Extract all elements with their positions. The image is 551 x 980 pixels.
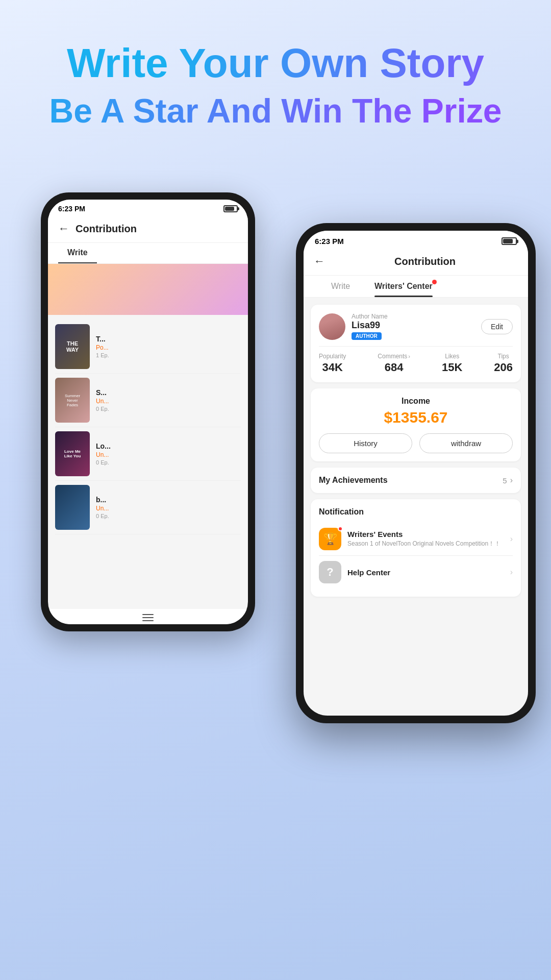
book-status: Un... — [96, 398, 241, 405]
notif-text: Writers' Events Season 1 of NovelToon Or… — [347, 530, 510, 548]
tab-write[interactable]: Write — [319, 276, 362, 297]
list-item[interactable]: Love MeLike You Lo... Un... 0 Ep. — [55, 427, 241, 481]
chevron-right-icon: › — [510, 568, 513, 577]
book-status: Po... — [96, 344, 241, 351]
book-status: Un... — [96, 451, 241, 458]
stat-comments: Comments › 684 — [378, 353, 410, 374]
list-item[interactable]: b... Un... 0 Ep. — [55, 481, 241, 534]
divider — [319, 346, 513, 347]
phone-front-screen: 6:23 PM ← Contribution Write Writers' Ce… — [304, 231, 528, 716]
notif-text: Help Center — [347, 568, 510, 577]
book-meta: 0 Ep. — [96, 406, 241, 412]
back-header: ← Contribution — [48, 216, 248, 243]
front-tabs: Write Writers' Center — [304, 276, 528, 298]
notif-item-help[interactable]: ? Help Center › — [319, 556, 513, 589]
book-meta: 1 Ep. — [96, 352, 241, 358]
events-icon: 🏆 — [319, 528, 341, 550]
back-footer — [48, 609, 248, 624]
back-banner — [48, 264, 248, 315]
headline-1: Write Your Own Story — [0, 41, 551, 86]
chevron-right-icon: › — [510, 534, 513, 544]
income-buttons: History withdraw — [319, 433, 513, 453]
front-battery-icon — [502, 237, 517, 245]
chevron-right-icon: › — [510, 476, 513, 485]
stat-label: Comments › — [378, 353, 410, 360]
stat-value: 34K — [319, 361, 346, 374]
help-icon: ? — [319, 561, 341, 583]
notification-section: Notification 🏆 Writers' Events Season 1 … — [311, 499, 521, 597]
cover-summer: SummerNeverFades — [55, 378, 90, 423]
front-back-icon[interactable]: ← — [314, 255, 325, 268]
notif-desc: Season 1 of NovelToon Original Novels Co… — [347, 540, 510, 548]
book-title: T... — [96, 335, 241, 343]
notification-title: Notification — [319, 507, 513, 517]
back-book-list: THEWAY T... Po... 1 Ep. SummerNeverFades… — [48, 315, 248, 609]
phone-back: 6:23 PM ← Contribution Write — [41, 192, 255, 631]
list-item[interactable]: SummerNeverFades S... Un... 0 Ep. — [55, 374, 241, 427]
author-info: Author Name Lisa99 AUTHOR — [352, 313, 481, 340]
author-name: Lisa99 — [352, 320, 481, 331]
back-tabs: Write — [48, 243, 248, 264]
history-button[interactable]: History — [319, 433, 412, 453]
author-card: Author Name Lisa99 AUTHOR Edit Popularit… — [311, 305, 521, 382]
book-meta: 0 Ep. — [96, 513, 241, 519]
notif-name: Help Center — [347, 568, 510, 577]
stat-value: 206 — [494, 361, 513, 374]
cover-blue — [55, 485, 90, 530]
notif-name: Writers' Events — [347, 530, 510, 538]
headline-2: Be A Star And Win The Prize — [0, 91, 551, 131]
cover-the-way: THEWAY — [55, 324, 90, 369]
tab-writers-center[interactable]: Writers' Center — [362, 276, 445, 297]
income-amount: $1355.67 — [319, 409, 513, 426]
stat-popularity: Popularity 34K — [319, 353, 346, 374]
achievements-title: My Achievements — [319, 476, 388, 485]
stat-label: Popularity — [319, 353, 346, 360]
front-header: ← Contribution — [304, 250, 528, 276]
headline-section: Write Your Own Story Be A Star And Win T… — [0, 0, 551, 152]
question-mark-icon: ? — [327, 566, 333, 579]
phones-container: 6:23 PM ← Contribution Write — [0, 162, 551, 876]
book-meta: 0 Ep. — [96, 459, 241, 465]
trophy-icon: 🏆 — [323, 532, 337, 546]
stat-likes: Likes 15K — [442, 353, 462, 374]
stat-tips: Tips 206 — [494, 353, 513, 374]
back-tab-write[interactable]: Write — [58, 243, 97, 263]
back-battery-icon — [223, 205, 238, 212]
achievements-right: 5 › — [503, 476, 513, 485]
book-title: S... — [96, 388, 241, 397]
back-arrow-icon[interactable]: ← — [58, 222, 69, 235]
stat-value: 684 — [378, 361, 410, 374]
back-statusbar: 6:23 PM — [48, 200, 248, 216]
notif-badge — [338, 526, 343, 531]
stat-label: Tips — [494, 353, 513, 360]
stats-row: Popularity 34K Comments › 684 Likes — [319, 353, 513, 374]
achievements-count: 5 — [503, 476, 507, 485]
stat-value: 15K — [442, 361, 462, 374]
menu-icon[interactable] — [142, 614, 154, 621]
book-title: b... — [96, 496, 241, 504]
front-content: Author Name Lisa99 AUTHOR Edit Popularit… — [304, 298, 528, 716]
phone-front: 6:23 PM ← Contribution Write Writers' Ce… — [296, 223, 536, 723]
edit-button[interactable]: Edit — [481, 319, 513, 334]
phone-back-screen: 6:23 PM ← Contribution Write — [48, 200, 248, 624]
book-title: Lo... — [96, 442, 241, 450]
stat-label: Likes — [442, 353, 462, 360]
notif-item-events[interactable]: 🏆 Writers' Events Season 1 of NovelToon … — [319, 523, 513, 556]
back-time: 6:23 PM — [58, 205, 85, 213]
author-label: Author Name — [352, 313, 481, 320]
achievements-row: My Achievements 5 › — [319, 476, 513, 485]
list-item[interactable]: THEWAY T... Po... 1 Ep. — [55, 320, 241, 374]
income-card: Income $1355.67 History withdraw — [311, 388, 521, 461]
withdraw-button[interactable]: withdraw — [419, 433, 513, 453]
achievements-card[interactable]: My Achievements 5 › — [311, 468, 521, 493]
front-title: Contribution — [332, 256, 518, 267]
author-badge: AUTHOR — [352, 332, 382, 340]
front-statusbar: 6:23 PM — [304, 231, 528, 250]
author-section: Author Name Lisa99 AUTHOR Edit — [319, 313, 513, 340]
avatar — [319, 313, 345, 340]
front-time: 6:23 PM — [315, 237, 344, 246]
book-status: Un... — [96, 505, 241, 512]
cover-loveme: Love MeLike You — [55, 431, 90, 476]
tab-badge — [432, 280, 437, 284]
back-title: Contribution — [76, 223, 137, 235]
